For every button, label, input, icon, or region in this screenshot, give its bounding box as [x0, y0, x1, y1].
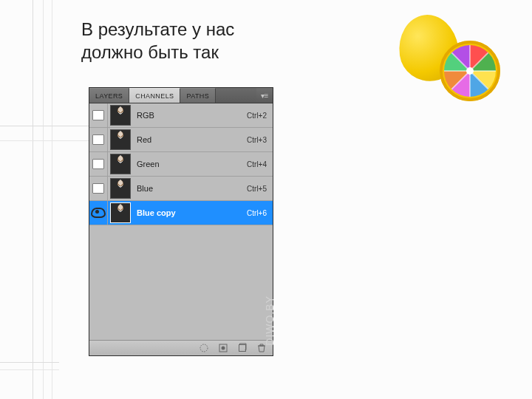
channel-row-red[interactable]: Red Ctrl+3	[89, 128, 273, 152]
eye-icon	[91, 208, 106, 218]
tab-paths[interactable]: PATHS	[180, 88, 216, 103]
channel-row-blue[interactable]: Blue Ctrl+5	[89, 177, 273, 201]
visibility-toggle[interactable]	[89, 103, 108, 127]
tab-channels[interactable]: CHANNELS	[129, 88, 180, 103]
heading-line-2: должно быть так	[81, 42, 219, 62]
svg-point-2	[222, 347, 225, 350]
svg-point-0	[200, 344, 208, 352]
slide-heading: В результате у нас должно быть так	[81, 18, 288, 64]
channel-name: Blue copy	[131, 208, 247, 217]
visibility-toggle[interactable]	[89, 128, 108, 151]
channel-shortcut: Ctrl+4	[247, 160, 267, 168]
visibility-toggle[interactable]	[89, 152, 108, 176]
channel-thumbnail	[110, 154, 131, 174]
channel-row-green[interactable]: Green Ctrl+4	[89, 152, 273, 177]
channel-row-rgb[interactable]: RGB Ctrl+2	[89, 103, 273, 128]
channel-name: Blue	[131, 184, 247, 193]
lemon-illustration	[399, 15, 510, 96]
channel-name: Red	[131, 135, 247, 144]
channel-row-blue-copy[interactable]: Blue copy Ctrl+6	[89, 201, 273, 225]
load-selection-icon[interactable]	[199, 343, 209, 353]
visibility-toggle[interactable]	[89, 177, 108, 200]
svg-rect-3	[239, 345, 246, 352]
channel-name: RGB	[131, 111, 247, 120]
channel-shortcut: Ctrl+3	[247, 136, 267, 144]
channel-list: RGB Ctrl+2 Red Ctrl+3 Green Ctrl+4 Blue …	[89, 103, 273, 340]
channel-thumbnail	[110, 202, 131, 223]
panel-footer	[89, 340, 273, 355]
tab-layers[interactable]: LAYERS	[89, 88, 129, 103]
panel-tabbar: LAYERS CHANNELS PATHS ▾≡	[89, 88, 273, 103]
channel-thumbnail	[110, 129, 131, 150]
channel-shortcut: Ctrl+6	[247, 209, 267, 217]
panel-menu-icon[interactable]: ▾≡	[256, 88, 273, 103]
watermark: DIWO.BY	[264, 296, 276, 346]
visibility-toggle[interactable]	[89, 201, 108, 225]
channel-shortcut: Ctrl+5	[247, 185, 267, 193]
channel-thumbnail	[110, 105, 131, 126]
new-channel-icon[interactable]	[237, 343, 248, 353]
heading-line-1: В результате у нас	[81, 19, 234, 39]
channels-panel: LAYERS CHANNELS PATHS ▾≡ RGB Ctrl+2 Red …	[89, 87, 273, 356]
channel-thumbnail	[110, 178, 131, 199]
channel-shortcut: Ctrl+2	[247, 112, 267, 120]
channel-name: Green	[131, 160, 247, 168]
save-selection-icon[interactable]	[218, 343, 228, 353]
